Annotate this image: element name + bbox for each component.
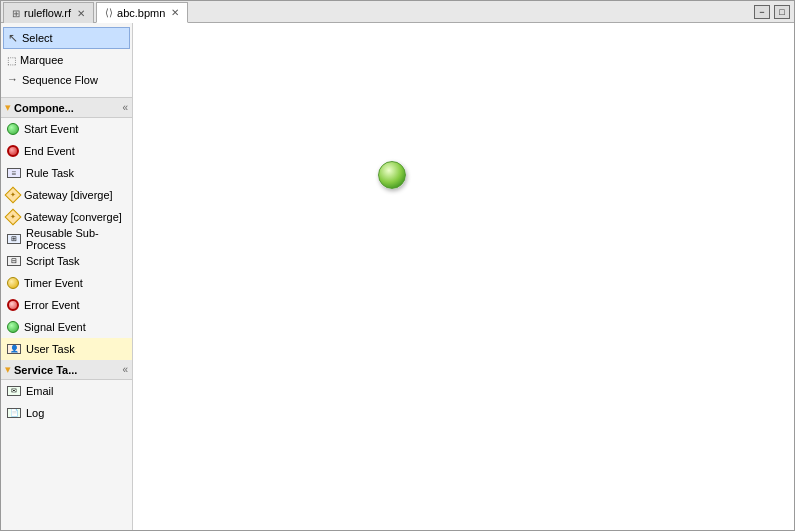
reusable-subprocess-label: Reusable Sub-Process (26, 227, 126, 251)
tab-ruleflow[interactable]: ⊞ ruleflow.rf ✕ (3, 2, 94, 23)
component-gateway-diverge[interactable]: ✦ Gateway [diverge] (1, 184, 132, 206)
gateway-converge-label: Gateway [converge] (24, 211, 122, 223)
tools-section: ↖ Select ⬚ Marquee → Sequence Flow (1, 23, 132, 98)
component-end-event[interactable]: End Event (1, 140, 132, 162)
ruleflow-tab-icon: ⊞ (12, 8, 20, 19)
select-icon: ↖ (8, 31, 18, 45)
components-folder-icon: ▾ (5, 101, 11, 114)
components-header[interactable]: ▾ Compone... « (1, 98, 132, 118)
start-event-label: Start Event (24, 123, 78, 135)
start-event-ball (378, 161, 406, 189)
tab-bpmn[interactable]: ⟨⟩ abc.bpmn ✕ (96, 2, 188, 23)
component-rule-task[interactable]: Rule Task (1, 162, 132, 184)
window-controls: − □ (754, 5, 790, 19)
log-icon: 📄 (7, 408, 21, 418)
end-event-label: End Event (24, 145, 75, 157)
user-task-icon: 👤 (7, 344, 21, 354)
signal-event-icon (7, 321, 19, 333)
components-section: ▾ Compone... « Start Event End Event (1, 98, 132, 530)
start-event-icon (7, 123, 19, 135)
main-window: ⊞ ruleflow.rf ✕ ⟨⟩ abc.bpmn ✕ − □ ↖ Sele… (0, 0, 795, 531)
gateway-diverge-label: Gateway [diverge] (24, 189, 113, 201)
main-layout: ↖ Select ⬚ Marquee → Sequence Flow ▾ (1, 23, 794, 530)
bpmn-tab-close[interactable]: ✕ (171, 7, 179, 18)
user-task-label: User Task (26, 343, 75, 355)
gateway-diverge-icon: ✦ (5, 187, 22, 204)
component-gateway-converge[interactable]: ✦ Gateway [converge] (1, 206, 132, 228)
timer-event-label: Timer Event (24, 277, 83, 289)
timer-event-icon (7, 277, 19, 289)
component-timer-event[interactable]: Timer Event (1, 272, 132, 294)
end-event-icon (7, 145, 19, 157)
ruleflow-tab-close[interactable]: ✕ (77, 8, 85, 19)
sequence-flow-icon: → (7, 73, 18, 85)
tool-select-label: Select (22, 32, 53, 44)
signal-event-label: Signal Event (24, 321, 86, 333)
component-script-task[interactable]: ⊟ Script Task (1, 250, 132, 272)
rule-task-icon (7, 168, 21, 178)
component-start-event[interactable]: Start Event (1, 118, 132, 140)
email-label: Email (26, 385, 54, 397)
tool-select[interactable]: ↖ Select (3, 27, 130, 49)
script-task-icon: ⊟ (7, 256, 21, 266)
rule-task-label: Rule Task (26, 167, 74, 179)
service-tasks-pin[interactable]: « (122, 364, 128, 375)
log-label: Log (26, 407, 44, 419)
script-task-label: Script Task (26, 255, 80, 267)
marquee-icon: ⬚ (7, 55, 16, 66)
service-tasks-folder-icon: ▾ (5, 363, 11, 376)
tool-sequence-flow[interactable]: → Sequence Flow (3, 71, 130, 93)
tool-marquee[interactable]: ⬚ Marquee (3, 49, 130, 71)
maximize-button[interactable]: □ (774, 5, 790, 19)
component-user-task[interactable]: 👤 User Task (1, 338, 132, 360)
error-event-icon (7, 299, 19, 311)
reusable-subprocess-icon: ⊞ (7, 234, 21, 244)
component-email[interactable]: ✉ Email (1, 380, 132, 402)
left-panel: ↖ Select ⬚ Marquee → Sequence Flow ▾ (1, 23, 133, 530)
component-log[interactable]: 📄 Log (1, 402, 132, 424)
components-pin[interactable]: « (122, 102, 128, 113)
email-icon: ✉ (7, 386, 21, 396)
bpmn-tab-label: abc.bpmn (117, 7, 165, 19)
gateway-converge-icon: ✦ (5, 209, 22, 226)
tool-marquee-label: Marquee (20, 54, 63, 66)
ruleflow-tab-label: ruleflow.rf (24, 7, 71, 19)
canvas-area[interactable] (133, 23, 794, 530)
tool-sequence-flow-label: Sequence Flow (22, 73, 98, 86)
tab-bar: ⊞ ruleflow.rf ✕ ⟨⟩ abc.bpmn ✕ − □ (1, 1, 794, 23)
components-title: Compone... (14, 102, 119, 114)
service-tasks-header[interactable]: ▾ Service Ta... « (1, 360, 132, 380)
minimize-button[interactable]: − (754, 5, 770, 19)
component-signal-event[interactable]: Signal Event (1, 316, 132, 338)
service-tasks-title: Service Ta... (14, 364, 119, 376)
component-error-event[interactable]: Error Event (1, 294, 132, 316)
component-reusable-subprocess[interactable]: ⊞ Reusable Sub-Process (1, 228, 132, 250)
bpmn-tab-icon: ⟨⟩ (105, 7, 113, 18)
error-event-label: Error Event (24, 299, 80, 311)
